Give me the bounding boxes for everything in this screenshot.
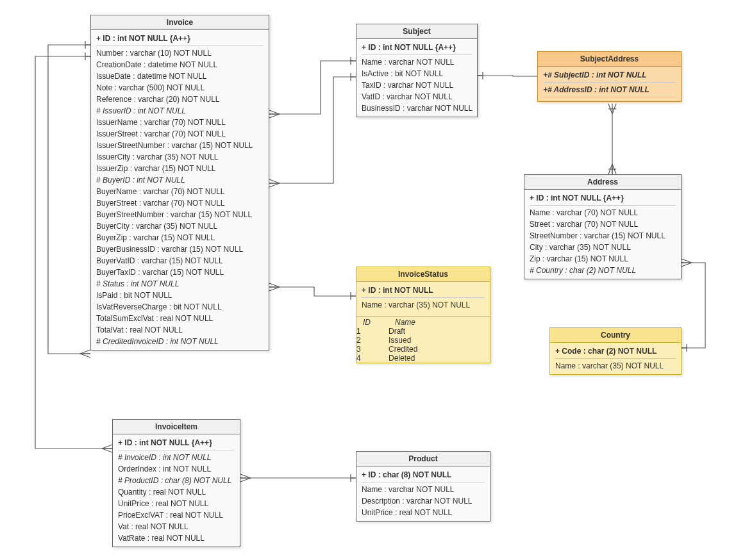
entity-title: InvoiceItem <box>113 420 240 434</box>
attribute: IssuerCity : varchar (35) NOT NULL <box>96 151 264 163</box>
svg-line-45 <box>608 104 612 114</box>
entity-title: Address <box>524 175 681 190</box>
attribute: Quantity : real NOT NULL <box>118 486 235 498</box>
attribute: BuyerZip : varchar (15) NOT NULL <box>96 232 264 243</box>
enum-col-id: ID <box>356 318 395 327</box>
enum-row: 1Draft <box>356 327 490 336</box>
entity-title: Subject <box>356 24 477 39</box>
entity-invoice: Invoice + ID : int NOT NULL {A++}Number … <box>90 15 269 350</box>
svg-line-3 <box>80 350 90 354</box>
enum-row: 4Deleted <box>356 354 490 363</box>
svg-line-46 <box>612 104 616 114</box>
attribute: Note : varchar (500) NOT NULL <box>96 82 264 94</box>
svg-line-33 <box>682 263 692 267</box>
attribute: IsPaid : bit NOT NULL <box>96 290 264 301</box>
entity-subject: Subject + ID : int NOT NULL {A++}Name : … <box>356 24 478 117</box>
attribute: CreationDate : datetime NOT NULL <box>96 59 264 70</box>
svg-line-26 <box>608 164 612 174</box>
entity-body: + ID : int NOT NULL {A++}Name : varchar … <box>356 39 477 117</box>
attribute: IssuerStreet : varchar (70) NOT NULL <box>96 128 264 140</box>
entity-address: Address + ID : int NOT NULL {A++}Name : … <box>524 174 682 279</box>
svg-line-27 <box>612 164 616 174</box>
entity-body: + ID : int NOT NULL {A++}# InvoiceID : i… <box>113 434 240 547</box>
entity-title: InvoiceStatus <box>356 267 490 282</box>
pk-attribute: +# SubjectID : int NOT NULL <box>543 69 676 83</box>
attribute: Number : varchar (10) NOT NULL <box>96 47 264 59</box>
svg-line-11 <box>269 179 280 183</box>
pk-attribute: + ID : int NOT NULL {A++} <box>530 192 676 206</box>
enum-rows: 1Draft2Issued3Credited4Deleted <box>356 327 490 363</box>
enum-id: 3 <box>356 345 389 354</box>
attribute: VatRate : real NOT NULL <box>118 532 235 544</box>
attribute: Name : varchar (35) NOT NULL <box>362 299 485 311</box>
entity-invoice-item: InvoiceItem + ID : int NOT NULL {A++}# I… <box>112 419 240 547</box>
entity-body: + ID : int NOT NULL {A++}Name : varchar … <box>524 190 681 279</box>
entity-body: +# SubjectID : int NOT NULL+# AddressID … <box>538 67 681 101</box>
enum-name: Credited <box>389 345 417 354</box>
attribute: UnitPrice : real NOT NULL <box>118 498 235 509</box>
pk-attribute: + ID : int NOT NULL {A++} <box>362 42 472 55</box>
attribute: BuyerName : varchar (70) NOT NULL <box>96 186 264 197</box>
attribute: IssuerStreetNumber : varchar (15) NOT NU… <box>96 140 264 151</box>
attribute: IsActive : bit NOT NULL <box>362 68 472 79</box>
entity-body: + ID : char (8) NOT NULLName : varchar N… <box>356 466 490 521</box>
fk-attribute: # BuyerID : int NOT NULL <box>96 174 264 186</box>
fk-attribute: # ProductID : char (8) NOT NULL <box>118 475 235 486</box>
pk-attribute: + ID : char (8) NOT NULL <box>362 469 485 482</box>
attribute: Name : varchar NOT NULL <box>362 484 485 495</box>
pk-attribute: + ID : int NOT NULL {A++} <box>118 437 235 450</box>
attribute: Description : varchar NOT NULL <box>362 495 485 507</box>
attribute: IssuerZip : varchar (15) NOT NULL <box>96 163 264 174</box>
enum-header: ID Name <box>356 318 490 327</box>
enum-col-name: Name <box>395 318 415 327</box>
svg-line-17 <box>269 287 280 291</box>
attribute: BuyerCity : varchar (35) NOT NULL <box>96 220 264 232</box>
enum-grid: ID Name 1Draft2Issued3Credited4Deleted <box>356 316 490 363</box>
pk-attribute: + ID : int NOT NULL <box>362 284 485 298</box>
svg-line-12 <box>269 183 280 187</box>
svg-line-32 <box>682 259 692 263</box>
attribute: BusinessID : varchar NOT NULL <box>362 103 472 114</box>
attribute: IssuerName : varchar (70) NOT NULL <box>96 117 264 128</box>
attribute: PriceExclVAT : real NOT NULL <box>118 509 235 521</box>
svg-line-16 <box>269 283 280 287</box>
attribute: StreetNumber : varchar (15) NOT NULL <box>530 230 676 242</box>
fk-attribute: # Status : int NOT NULL <box>96 278 264 290</box>
attribute: Name : varchar (70) NOT NULL <box>530 207 676 218</box>
attribute: IssueDate : datetime NOT NULL <box>96 70 264 82</box>
attribute: Reference : varchar (20) NOT NULL <box>96 94 264 105</box>
pk-attribute: + Code : char (2) NOT NULL <box>555 345 676 359</box>
entity-body: + Code : char (2) NOT NULLName : varchar… <box>550 343 681 374</box>
svg-line-41 <box>240 478 251 482</box>
attribute: City : varchar (35) NOT NULL <box>530 242 676 253</box>
attribute: TotalVat : real NOT NULL <box>96 324 264 336</box>
attribute: IsVatReverseCharge : bit NOT NULL <box>96 301 264 313</box>
attribute: VatID : varchar NOT NULL <box>362 91 472 103</box>
attribute: Vat : real NOT NULL <box>118 521 235 532</box>
entity-title: Country <box>550 328 681 343</box>
svg-line-40 <box>240 474 251 478</box>
enum-row: 2Issued <box>356 336 490 345</box>
fk-attribute: # InvoiceID : int NOT NULL <box>118 452 235 463</box>
attribute: BuyerStreetNumber : varchar (15) NOT NUL… <box>96 209 264 220</box>
attribute: TotalSumExclVat : real NOT NULL <box>96 313 264 324</box>
attribute: BuyerTaxID : varchar (15) NOT NULL <box>96 267 264 278</box>
attribute: BuyerVatID : varchar (15) NOT NULL <box>96 255 264 267</box>
enum-name: Draft <box>389 327 405 336</box>
entity-title: Invoice <box>91 15 269 30</box>
entity-product: Product + ID : char (8) NOT NULLName : v… <box>356 451 490 522</box>
attribute: Street : varchar (70) NOT NULL <box>530 218 676 230</box>
attribute: BuyerStreet : varchar (70) NOT NULL <box>96 197 264 209</box>
enum-row: 3Credited <box>356 345 490 354</box>
entity-subject-address: SubjectAddress +# SubjectID : int NOT NU… <box>537 51 682 102</box>
entity-title: Product <box>356 452 490 466</box>
enum-name: Deleted <box>389 354 415 363</box>
attribute: OrderIndex : int NOT NULL <box>118 463 235 475</box>
svg-line-37 <box>102 445 112 449</box>
entity-body: + ID : int NOT NULLName : varchar (35) N… <box>356 282 490 313</box>
entity-title: SubjectAddress <box>538 52 681 67</box>
fk-attribute: # CreditedInvoiceID : int NOT NULL <box>96 336 264 347</box>
entity-country: Country + Code : char (2) NOT NULLName :… <box>549 327 682 375</box>
enum-id: 2 <box>356 336 389 345</box>
svg-line-7 <box>269 114 280 118</box>
